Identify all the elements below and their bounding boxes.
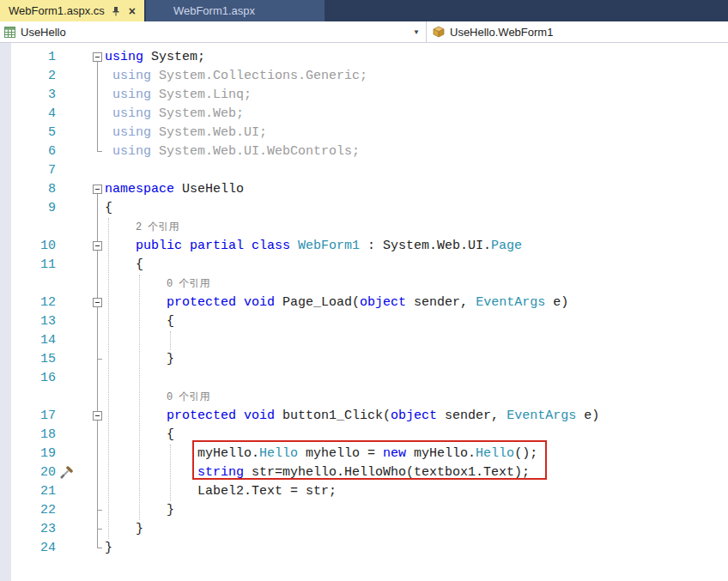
code-line[interactable]: 14: [0, 331, 728, 350]
code-text: [105, 161, 728, 180]
code-line[interactable]: 5 using System.Web.UI;: [0, 124, 728, 142]
chevron-down-icon[interactable]: ▼: [413, 28, 420, 36]
codelens-references[interactable]: 0 个引用: [105, 275, 728, 294]
icon-slot: [58, 180, 76, 199]
code-text: public partial class WebForm1 : System.W…: [105, 237, 728, 256]
outline-margin: [76, 105, 105, 124]
code-token: System.Web.UI;: [151, 125, 267, 140]
project-scope-dropdown[interactable]: UseHello ▼: [0, 21, 427, 42]
code-line[interactable]: 17 protected void button1_Click(object s…: [0, 407, 728, 426]
code-text: {: [105, 199, 728, 218]
navigation-bar: UseHello ▼ UseHello.WebForm1: [0, 21, 728, 43]
code-token: using: [105, 50, 143, 64]
collapse-toggle-icon[interactable]: [93, 298, 102, 307]
code-line[interactable]: 10 public partial class WebForm1 : Syste…: [0, 237, 728, 256]
code-token: myhello =: [298, 446, 383, 461]
class-icon: [433, 26, 445, 38]
icon-slot: [58, 331, 76, 350]
line-number: 1: [11, 48, 58, 67]
code-text: string str=myhello.HelloWho(textbox1.Tex…: [105, 463, 728, 482]
code-token: protected: [167, 409, 236, 423]
codelens-line[interactable]: 0 个引用: [0, 388, 728, 407]
outline-margin: [76, 142, 105, 161]
code-token: 0 个引用: [167, 391, 209, 403]
code-token: Page_Load(: [275, 295, 360, 310]
code-text: {: [105, 256, 728, 275]
codelens-references[interactable]: 0 个引用: [105, 388, 728, 407]
member-dropdown[interactable]: UseHello.WebForm1: [427, 21, 728, 42]
code-token: System.Web;: [151, 106, 244, 121]
code-line[interactable]: 19 myHello.Hello myhello = new myHello.H…: [0, 445, 728, 463]
code-line[interactable]: 18 {: [0, 426, 728, 445]
quick-actions-screwdriver-icon[interactable]: [58, 463, 76, 482]
icon-slot: [58, 369, 76, 388]
icon-slot: [58, 407, 76, 426]
codelens-line[interactable]: 2 个引用: [0, 218, 728, 237]
code-line[interactable]: 3 using System.Linq;: [0, 86, 728, 105]
codelens-references[interactable]: 2 个引用: [105, 218, 728, 237]
code-text: namespace UseHello: [105, 180, 728, 199]
code-token: using: [105, 69, 151, 83]
line-number: 19: [11, 445, 58, 463]
code-line[interactable]: 24}: [0, 539, 728, 558]
code-line[interactable]: 15 }: [0, 350, 728, 369]
outline-margin: [76, 161, 105, 180]
code-line[interactable]: 16: [0, 369, 728, 388]
code-token: WebForm1: [298, 239, 360, 253]
code-line[interactable]: 9{: [0, 199, 728, 218]
code-editor[interactable]: 1using System;2 using System.Collections…: [0, 43, 728, 581]
collapse-toggle-icon[interactable]: [93, 185, 102, 194]
icon-slot: [58, 124, 76, 142]
close-icon[interactable]: ×: [127, 5, 137, 17]
code-line[interactable]: 1using System;: [0, 48, 728, 67]
outline-margin: [76, 67, 105, 86]
code-line[interactable]: 4 using System.Web;: [0, 105, 728, 124]
code-token: UseHello: [174, 182, 244, 197]
grid-table-icon: [4, 27, 15, 38]
code-line[interactable]: 20 string str=myhello.HelloWho(textbox1.…: [0, 463, 728, 482]
code-text: using System.Collections.Generic;: [105, 67, 728, 86]
outline-margin: [76, 124, 105, 142]
collapse-toggle-icon[interactable]: [93, 411, 102, 421]
code-line[interactable]: 11 {: [0, 256, 728, 275]
line-number: 23: [11, 520, 58, 539]
code-token: Hello: [259, 446, 298, 461]
outline-margin: [76, 256, 105, 275]
code-token: }: [105, 541, 112, 555]
code-line[interactable]: 6 using System.Web.UI.WebControls;: [0, 142, 728, 161]
collapse-toggle-icon[interactable]: [93, 52, 102, 62]
code-token: protected: [167, 295, 236, 310]
outline-margin: [76, 482, 105, 501]
pin-icon[interactable]: [111, 6, 121, 16]
code-line[interactable]: 2 using System.Collections.Generic;: [0, 67, 728, 86]
code-line[interactable]: 8namespace UseHello: [0, 180, 728, 199]
icon-slot: [58, 275, 76, 294]
icon-slot: [58, 501, 76, 520]
code-line[interactable]: 12 protected void Page_Load(object sende…: [0, 294, 728, 312]
code-line[interactable]: 22 }: [0, 501, 728, 520]
codelens-line[interactable]: 0 个引用: [0, 275, 728, 294]
icon-slot: [58, 520, 76, 539]
outline-margin: [76, 501, 105, 520]
code-line[interactable]: 23 }: [0, 520, 728, 539]
code-token: e): [576, 409, 599, 423]
outline-margin: [76, 331, 105, 350]
icon-slot: [58, 67, 76, 86]
icon-slot: [58, 105, 76, 124]
line-number: 3: [11, 86, 58, 105]
tab-webform1-aspx-cs[interactable]: WebForm1.aspx.cs ×: [0, 0, 144, 21]
code-rows: 1using System;2 using System.Collections…: [0, 48, 728, 558]
code-line[interactable]: 21 Label2.Text = str;: [0, 482, 728, 501]
tab-webform1-aspx[interactable]: WebForm1.aspx: [146, 0, 325, 21]
outline-margin: [76, 426, 105, 445]
icon-slot: [58, 86, 76, 105]
code-line[interactable]: 7: [0, 161, 728, 180]
outline-margin: [76, 218, 105, 237]
tab-label: WebForm1.aspx: [173, 4, 255, 17]
code-line[interactable]: 13 {: [0, 312, 728, 331]
collapse-toggle-icon[interactable]: [93, 241, 102, 251]
code-token: [290, 239, 298, 253]
line-number: 9: [11, 199, 58, 218]
icon-slot: [58, 294, 76, 312]
code-text: }: [105, 350, 728, 369]
